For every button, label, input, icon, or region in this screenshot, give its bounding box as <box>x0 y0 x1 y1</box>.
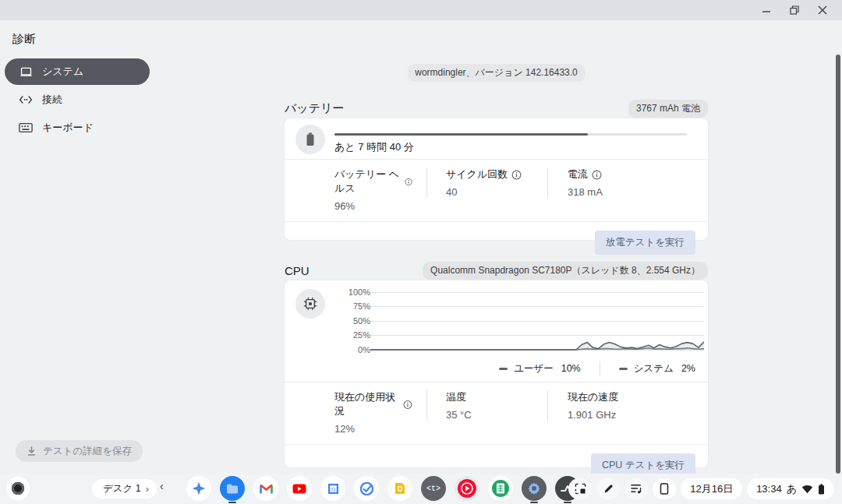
cpu-usage-stat: 現在の使用状況 12% <box>334 390 426 435</box>
legend-value: 2% <box>681 363 695 374</box>
shelf-app-list: 31 <t> <box>186 476 580 501</box>
chevron-right-icon: › <box>146 483 149 495</box>
launcher-button[interactable] <box>6 477 30 500</box>
pen-icon[interactable] <box>596 478 620 499</box>
save-label: テストの詳細を保存 <box>43 445 132 458</box>
cpu-usage-chart: 100% 75% 50% 25% 0% ユーザー 10% <box>285 280 708 382</box>
keep-icon <box>394 482 405 495</box>
gemini-sparkle-icon <box>191 481 207 496</box>
laptop-icon <box>19 65 33 79</box>
legend-value: 10% <box>561 363 581 374</box>
version-banner: wormdingler、バージョン 142.16433.0 <box>407 64 586 82</box>
battery-stats-row: バッテリー ヘルス 96% サイクル回数 40 電流 318 mA <box>285 160 708 221</box>
sidebar-item-keyboard[interactable]: キーボード <box>5 115 150 141</box>
stat-value: 1.901 GHz <box>568 409 618 421</box>
running-indicator <box>564 502 571 503</box>
cpu-temperature-stat: 温度 35 °C <box>426 390 547 421</box>
cpu-speed-stat: 現在の速度 1.901 GHz <box>547 390 632 421</box>
info-icon[interactable] <box>405 177 412 187</box>
running-indicator <box>530 502 538 503</box>
sidebar-item-label: システム <box>42 65 83 79</box>
calendar-icon: 31 <box>327 483 339 495</box>
legend-label: ユーザー <box>514 362 554 375</box>
cpu-chart-legend: ユーザー 10% システム 2% <box>499 361 695 375</box>
youtube-music-icon <box>457 478 477 499</box>
cpu-stats-row: 現在の使用状況 12% 温度 35 °C 現在の速度 1.901 GHz <box>285 382 708 444</box>
desk-switcher[interactable]: デスク 1 › <box>92 479 157 499</box>
shelf-app-files[interactable] <box>220 476 245 501</box>
battery-progress-fill <box>334 133 588 136</box>
shelf-app-text[interactable]: <t> <box>421 476 446 501</box>
vertical-scrollbar[interactable] <box>836 55 840 474</box>
battery-current-stat: 電流 318 mA <box>547 167 617 198</box>
shelf-app-gmail[interactable] <box>253 476 278 501</box>
run-discharge-test-button[interactable]: 放電テストを実行 <box>595 231 695 255</box>
time-label: 13:34 <box>756 483 782 495</box>
shelf-app-keep[interactable] <box>387 476 412 501</box>
calendar-date-button[interactable]: 12月16日 <box>681 478 742 499</box>
battery-time-remaining: あと 7 時間 40 分 <box>334 140 414 154</box>
chevron-left-icon[interactable]: ‹ <box>160 480 164 492</box>
legend-system: システム 2% <box>619 362 695 375</box>
battery-capacity-chip: 3767 mAh 電池 <box>628 100 708 118</box>
close-icon[interactable] <box>812 2 833 18</box>
battery-charge-row: あと 7 時間 40 分 <box>285 118 708 159</box>
quick-settings-button[interactable]: 13:34 あ <box>747 478 834 499</box>
sidebar-item-connectivity[interactable]: 接続 <box>5 86 150 113</box>
media-controls-icon[interactable] <box>624 478 648 499</box>
files-icon <box>226 484 239 494</box>
info-icon[interactable] <box>511 170 522 180</box>
battery-section-header: バッテリー 3767 mAh 電池 <box>285 100 708 118</box>
stat-value: 40 <box>446 186 533 198</box>
stat-label: 現在の速度 <box>568 390 618 404</box>
settings-gear-icon <box>527 481 541 495</box>
save-test-details-button[interactable]: テストの詳細を保存 <box>16 440 143 462</box>
divider <box>600 361 600 375</box>
download-icon <box>27 446 37 456</box>
stat-label: 現在の使用状況 <box>334 390 399 418</box>
stat-label: 温度 <box>446 390 466 404</box>
stat-value: 318 mA <box>568 186 603 198</box>
ethernet-icon <box>19 93 33 107</box>
shelf-app-youtube-music[interactable] <box>455 476 479 501</box>
restore-icon[interactable] <box>784 2 805 18</box>
sidebar: システム 接続 キーボード <box>5 58 150 143</box>
shelf-app-youtube[interactable] <box>287 476 312 501</box>
shelf: デスク 1 › ‹ 31 <t> <box>0 474 842 504</box>
cpu-section-title: CPU <box>285 264 310 277</box>
shelf-app-sheets[interactable] <box>488 476 513 501</box>
stat-value: 12% <box>334 423 412 435</box>
desk-label: デスク 1 <box>103 482 141 495</box>
cpu-chart-y-axis: 100% 75% 50% 25% 0% <box>338 292 370 359</box>
shelf-app-settings[interactable] <box>522 476 547 501</box>
screen-capture-icon[interactable] <box>568 478 592 499</box>
svg-text:31: 31 <box>331 485 336 491</box>
battery-icon <box>295 125 325 154</box>
shelf-app-calendar[interactable]: 31 <box>320 476 345 501</box>
text-app-icon: <t> <box>426 485 440 493</box>
running-indicator <box>228 502 236 503</box>
shelf-app-tasks[interactable] <box>354 476 379 501</box>
cpu-chart-plot <box>370 292 704 351</box>
stat-value: 35 °C <box>446 409 533 421</box>
info-icon[interactable] <box>592 170 602 180</box>
info-icon[interactable] <box>403 400 412 410</box>
sidebar-item-label: キーボード <box>42 121 94 135</box>
battery-progress-track <box>334 133 687 136</box>
status-battery-icon <box>818 484 825 495</box>
stat-label: サイクル回数 <box>446 167 508 182</box>
tasks-icon <box>360 482 373 495</box>
battery-card: あと 7 時間 40 分 バッテリー ヘルス 96% サイクル回数 40 電流 <box>285 118 708 240</box>
shelf-app-gemini[interactable] <box>186 476 211 501</box>
stat-label: バッテリー ヘルス <box>334 167 401 196</box>
legend-system-swatch <box>619 368 628 370</box>
minimize-icon[interactable] <box>756 2 777 18</box>
cpu-section-header: CPU Qualcomm Snapdragon SC7180P（スレッド数 8、… <box>285 262 708 280</box>
battery-section-title: バッテリー <box>285 101 344 116</box>
phone-hub-icon[interactable] <box>653 478 676 499</box>
cpu-model-chip: Qualcomm Snapdragon SC7180P（スレッド数 8、2.55… <box>423 262 708 280</box>
youtube-icon <box>292 484 306 494</box>
stat-value: 96% <box>334 200 412 212</box>
sidebar-item-system[interactable]: システム <box>5 58 150 85</box>
cpu-chip-icon <box>295 289 325 319</box>
